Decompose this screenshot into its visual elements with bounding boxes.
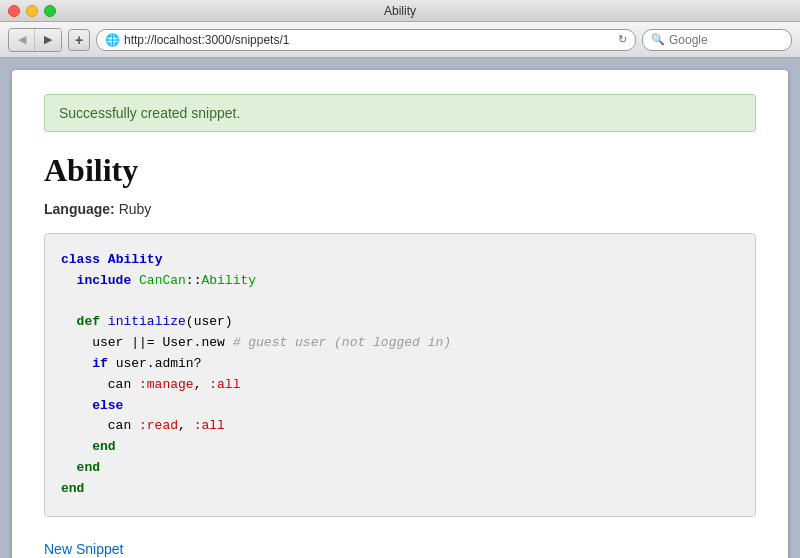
toolbar: ◀ ▶ + 🌐 ↻ 🔍 [0,22,800,58]
page-card: Successfully created snippet. Ability La… [12,70,788,558]
flash-success-text: Successfully created snippet. [59,105,240,121]
maximize-button[interactable] [44,5,56,17]
nav-group: ◀ ▶ [8,28,62,52]
language-label: Language: [44,201,115,217]
window-title: Ability [384,4,416,18]
add-tab-button[interactable]: + [68,29,90,51]
new-snippet-link[interactable]: New Snippet [44,541,123,557]
search-bar-container: 🔍 [642,29,792,51]
back-button[interactable]: ◀ [9,29,35,51]
search-input[interactable] [669,33,800,47]
forward-button[interactable]: ▶ [35,29,61,51]
page-title: Ability [44,152,756,189]
globe-icon: 🌐 [105,33,120,47]
refresh-button[interactable]: ↻ [618,33,627,46]
title-bar: Ability [0,0,800,22]
traffic-lights[interactable] [8,5,56,17]
language-row: Language: Ruby [44,201,756,217]
code-block: class Ability include CanCan::Ability de… [44,233,756,517]
address-bar-container: 🌐 ↻ [96,29,636,51]
minimize-button[interactable] [26,5,38,17]
close-button[interactable] [8,5,20,17]
address-input[interactable] [124,33,614,47]
search-icon: 🔍 [651,33,665,46]
language-value: Ruby [119,201,152,217]
flash-success: Successfully created snippet. [44,94,756,132]
browser-content: Successfully created snippet. Ability La… [0,58,800,558]
